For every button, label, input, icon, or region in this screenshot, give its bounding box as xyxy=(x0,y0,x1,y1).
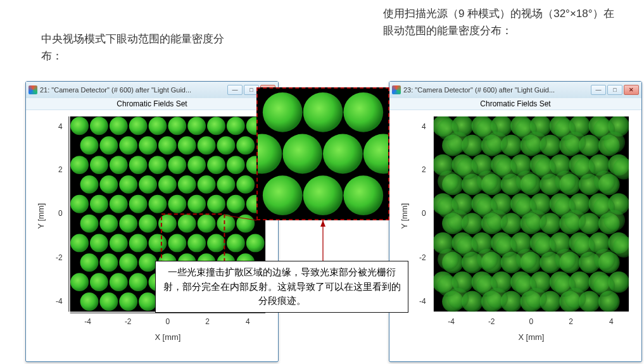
svg-point-86 xyxy=(80,292,99,311)
svg-point-59 xyxy=(110,234,128,253)
svg-point-5 xyxy=(168,116,186,135)
svg-point-250 xyxy=(486,288,508,310)
svg-point-36 xyxy=(217,175,235,194)
svg-point-46 xyxy=(227,195,245,213)
svg-point-41 xyxy=(129,195,148,213)
svg-point-49 xyxy=(99,215,118,233)
svg-point-239 xyxy=(448,210,469,231)
svg-point-236 xyxy=(515,171,537,192)
svg-point-34 xyxy=(178,175,196,194)
svg-point-251 xyxy=(526,288,547,310)
svg-point-37 xyxy=(236,175,255,194)
svg-point-58 xyxy=(90,234,108,253)
svg-point-238 xyxy=(594,171,616,192)
svg-text:2: 2 xyxy=(569,317,573,326)
close-button[interactable]: ✕ xyxy=(624,85,639,95)
svg-point-219 xyxy=(457,236,478,258)
svg-point-234 xyxy=(438,171,459,192)
svg-point-77 xyxy=(90,273,108,291)
svg-point-45 xyxy=(207,195,225,213)
annotation-callout: 一些光束撞击扩散区域的边缘，导致光束部分被光栅衍射，部分完全在内部反射。这就导致… xyxy=(155,261,408,313)
svg-point-229 xyxy=(448,132,469,153)
svg-point-18 xyxy=(236,136,255,154)
svg-text:-4: -4 xyxy=(448,317,455,326)
svg-point-63 xyxy=(187,234,206,253)
svg-rect-270 xyxy=(389,110,641,116)
svg-point-79 xyxy=(129,273,148,291)
svg-point-67 xyxy=(80,253,99,272)
svg-point-44 xyxy=(187,195,206,213)
svg-text:-2: -2 xyxy=(419,253,426,262)
svg-point-48 xyxy=(80,215,99,233)
svg-point-7 xyxy=(207,116,225,135)
svg-point-69 xyxy=(119,253,137,272)
svg-text:-4: -4 xyxy=(84,317,91,326)
svg-point-56 xyxy=(236,215,255,233)
svg-point-43 xyxy=(168,195,186,213)
svg-point-249 xyxy=(448,288,469,310)
svg-point-1 xyxy=(90,116,108,135)
svg-point-23 xyxy=(149,156,167,174)
svg-point-285 xyxy=(303,92,343,132)
svg-point-38 xyxy=(70,195,89,213)
svg-point-62 xyxy=(168,234,186,253)
svg-text:-2: -2 xyxy=(125,317,132,326)
svg-point-21 xyxy=(110,156,128,174)
svg-point-231 xyxy=(526,132,547,153)
svg-point-212 xyxy=(574,158,596,180)
svg-point-40 xyxy=(110,195,128,213)
svg-point-209 xyxy=(457,158,478,180)
svg-point-8 xyxy=(227,116,245,135)
svg-text:X [mm]: X [mm] xyxy=(155,332,180,342)
svg-text:4: 4 xyxy=(422,122,426,131)
svg-point-247 xyxy=(555,249,576,270)
detector-window-21: 21: "Camera Detector" (# 600) after "Lig… xyxy=(25,81,279,362)
svg-point-87 xyxy=(99,292,118,311)
titlebar[interactable]: 23: "Camera Detector" (# 600) after "Lig… xyxy=(389,82,641,98)
x-axis: -4 -2 0 2 4 X [mm] xyxy=(70,313,265,342)
svg-point-248 xyxy=(594,249,616,270)
svg-point-19 xyxy=(70,156,89,174)
svg-point-6 xyxy=(187,116,206,135)
minimize-button[interactable]: — xyxy=(591,85,606,95)
svg-point-61 xyxy=(149,234,167,253)
svg-point-25 xyxy=(187,156,206,174)
svg-text:0: 0 xyxy=(422,209,426,218)
svg-point-20 xyxy=(90,156,108,174)
svg-point-15 xyxy=(178,136,196,154)
svg-point-235 xyxy=(477,171,498,192)
svg-point-237 xyxy=(555,171,576,192)
svg-point-14 xyxy=(158,136,177,154)
svg-point-35 xyxy=(198,175,216,194)
svg-point-252 xyxy=(565,288,586,310)
svg-point-288 xyxy=(282,134,322,174)
svg-text:-4: -4 xyxy=(419,297,426,306)
svg-point-0 xyxy=(70,116,89,135)
svg-text:4: 4 xyxy=(58,122,63,131)
minimize-button[interactable]: — xyxy=(227,85,243,95)
svg-point-4 xyxy=(149,116,167,135)
svg-point-210 xyxy=(496,158,517,180)
svg-text:0: 0 xyxy=(529,317,534,326)
svg-point-242 xyxy=(565,210,586,231)
svg-point-232 xyxy=(565,132,586,153)
svg-point-60 xyxy=(129,234,148,253)
plot-area-right: 4 2 0 -2 -4 Y [mm] -4 -2 0 2 4 X [mm] xyxy=(389,110,641,361)
svg-point-16 xyxy=(198,136,216,154)
svg-point-64 xyxy=(207,234,225,253)
svg-text:2: 2 xyxy=(205,317,210,326)
svg-point-89 xyxy=(139,292,157,311)
svg-point-293 xyxy=(263,175,303,215)
svg-point-241 xyxy=(526,210,547,231)
svg-point-233 xyxy=(603,132,625,153)
titlebar[interactable]: 21: "Camera Detector" (# 600) after "Lig… xyxy=(26,82,278,98)
caption-right: 使用扫描光源（9 种模式）的视场（32°×18°）在眼动范围的能量密度分布： xyxy=(383,5,624,39)
svg-point-65 xyxy=(227,234,245,253)
svg-point-57 xyxy=(70,234,89,253)
svg-point-240 xyxy=(486,210,508,231)
svg-text:-2: -2 xyxy=(56,253,63,262)
svg-text:2: 2 xyxy=(58,165,63,174)
svg-point-3 xyxy=(129,116,148,135)
svg-point-22 xyxy=(129,156,148,174)
maximize-button[interactable]: □ xyxy=(607,85,622,95)
